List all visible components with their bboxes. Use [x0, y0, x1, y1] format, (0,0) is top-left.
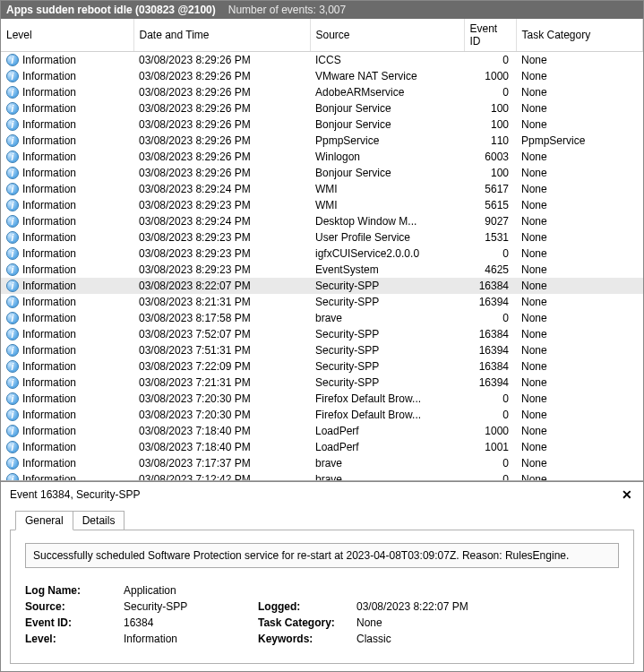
source-cell: Security-SPP	[310, 375, 464, 391]
source-cell: Bonjour Service	[310, 165, 464, 181]
task-cell: None	[516, 407, 643, 423]
table-row[interactable]: Information03/08/2023 7:18:40 PMLoadPerf…	[1, 439, 643, 455]
task-cell: None	[516, 375, 643, 391]
detail-tab-content: Successfully scheduled Software Protecti…	[10, 530, 634, 664]
lbl-logged: Logged:	[258, 600, 356, 613]
level-text: Information	[22, 198, 76, 212]
eventid-cell: 0	[464, 407, 516, 423]
information-icon	[6, 247, 19, 260]
table-row[interactable]: Information03/08/2023 7:20:30 PMFirefox …	[1, 391, 643, 407]
information-icon	[6, 376, 19, 389]
source-cell: LoadPerf	[310, 423, 464, 439]
source-cell: AdobeARMservice	[310, 84, 464, 100]
source-cell: User Profile Service	[310, 229, 464, 246]
source-cell: ICCS	[310, 52, 464, 69]
lbl-logname: Log Name:	[25, 584, 124, 597]
table-row[interactable]: Information03/08/2023 8:29:26 PMPpmpServ…	[1, 133, 643, 149]
eventid-cell: 5615	[464, 197, 516, 213]
eventid-cell: 9027	[464, 213, 516, 229]
date-cell: 03/08/2023 7:21:31 PM	[133, 375, 310, 391]
information-icon	[6, 409, 19, 421]
information-icon	[6, 457, 19, 470]
table-row[interactable]: Information03/08/2023 8:22:07 PMSecurity…	[1, 278, 643, 294]
table-row[interactable]: Information03/08/2023 8:29:26 PMVMware N…	[1, 68, 643, 84]
task-cell: None	[516, 149, 643, 165]
date-cell: 03/08/2023 8:29:23 PM	[133, 262, 310, 278]
source-cell: brave	[310, 471, 464, 480]
lbl-source: Source:	[25, 600, 124, 613]
date-cell: 03/08/2023 7:51:31 PM	[133, 342, 310, 358]
level-text: Information	[22, 230, 76, 245]
table-row[interactable]: Information03/08/2023 8:29:26 PMBonjour …	[1, 165, 643, 181]
table-row[interactable]: Information03/08/2023 7:21:31 PMSecurity…	[1, 375, 643, 391]
task-cell: None	[516, 197, 643, 213]
col-header-source[interactable]: Source	[310, 19, 464, 52]
date-cell: 03/08/2023 8:29:26 PM	[133, 52, 310, 69]
col-header-level[interactable]: Level	[1, 19, 133, 52]
information-icon	[6, 360, 19, 373]
table-row[interactable]: Information03/08/2023 8:29:26 PMICCS0Non…	[1, 52, 643, 69]
table-row[interactable]: Information03/08/2023 8:29:26 PMBonjour …	[1, 116, 643, 133]
date-cell: 03/08/2023 8:29:26 PM	[133, 84, 310, 100]
source-cell: Security-SPP	[310, 358, 464, 375]
detail-tabs: General Details	[15, 511, 643, 530]
information-icon	[6, 54, 19, 66]
eventid-cell: 16394	[464, 342, 516, 358]
table-row[interactable]: Information03/08/2023 8:29:23 PMUser Pro…	[1, 229, 643, 246]
eventid-cell: 0	[464, 455, 516, 471]
date-cell: 03/08/2023 7:18:40 PM	[133, 423, 310, 439]
source-cell: EventSystem	[310, 262, 464, 278]
table-row[interactable]: Information03/08/2023 8:29:26 PMWinlogon…	[1, 149, 643, 165]
table-row[interactable]: Information03/08/2023 7:18:40 PMLoadPerf…	[1, 423, 643, 439]
level-text: Information	[22, 53, 76, 67]
task-cell: None	[516, 262, 643, 278]
level-text: Information	[22, 311, 76, 325]
task-cell: None	[516, 439, 643, 455]
level-text: Information	[22, 472, 76, 480]
table-row[interactable]: Information03/08/2023 7:51:31 PMSecurity…	[1, 342, 643, 358]
table-row[interactable]: Information03/08/2023 8:29:23 PMWMI5615N…	[1, 197, 643, 213]
col-header-date[interactable]: Date and Time	[133, 19, 310, 52]
level-text: Information	[22, 85, 76, 99]
col-header-task[interactable]: Task Category	[516, 19, 643, 52]
level-text: Information	[22, 456, 76, 470]
table-row[interactable]: Information03/08/2023 7:22:09 PMSecurity…	[1, 358, 643, 375]
table-row[interactable]: Information03/08/2023 8:29:24 PMWMI5617N…	[1, 181, 643, 197]
information-icon	[6, 183, 19, 195]
information-icon	[6, 344, 19, 357]
table-row[interactable]: Information03/08/2023 7:12:42 PMbrave0No…	[1, 471, 643, 480]
table-row[interactable]: Information03/08/2023 8:29:23 PMigfxCUIS…	[1, 246, 643, 262]
val-level: Information	[124, 633, 258, 645]
date-cell: 03/08/2023 7:18:40 PM	[133, 439, 310, 455]
task-cell: None	[516, 229, 643, 246]
date-cell: 03/08/2023 8:17:58 PM	[133, 310, 310, 326]
information-icon	[6, 167, 19, 179]
table-row[interactable]: Information03/08/2023 7:52:07 PMSecurity…	[1, 326, 643, 342]
table-row[interactable]: Information03/08/2023 7:17:37 PMbrave0No…	[1, 455, 643, 471]
tab-details[interactable]: Details	[73, 511, 125, 530]
table-row[interactable]: Information03/08/2023 8:17:58 PMbrave0No…	[1, 310, 643, 326]
source-cell: Firefox Default Brow...	[310, 391, 464, 407]
task-cell: None	[516, 455, 643, 471]
close-icon[interactable]: ✕	[618, 487, 636, 502]
level-text: Information	[22, 246, 76, 261]
table-row[interactable]: Information03/08/2023 7:20:30 PMFirefox …	[1, 407, 643, 423]
table-row[interactable]: Information03/08/2023 8:21:31 PMSecurity…	[1, 294, 643, 310]
event-grid-scroll[interactable]: Level Date and Time Source Event ID Task…	[1, 19, 643, 480]
eventid-cell: 0	[464, 471, 516, 480]
col-header-eventid[interactable]: Event ID	[464, 19, 516, 52]
eventid-cell: 0	[464, 84, 516, 100]
eventid-cell: 16394	[464, 375, 516, 391]
task-cell: None	[516, 391, 643, 407]
information-icon	[6, 151, 19, 163]
task-cell: None	[516, 294, 643, 310]
val-keywords: Classic	[356, 633, 536, 645]
table-row[interactable]: Information03/08/2023 8:29:26 PMBonjour …	[1, 100, 643, 116]
information-icon	[6, 215, 19, 228]
table-row[interactable]: Information03/08/2023 8:29:26 PMAdobeARM…	[1, 84, 643, 100]
date-cell: 03/08/2023 8:29:26 PM	[133, 68, 310, 84]
tab-general[interactable]: General	[15, 511, 73, 530]
information-icon	[6, 312, 19, 324]
table-row[interactable]: Information03/08/2023 8:29:24 PMDesktop …	[1, 213, 643, 229]
table-row[interactable]: Information03/08/2023 8:29:23 PMEventSys…	[1, 262, 643, 278]
